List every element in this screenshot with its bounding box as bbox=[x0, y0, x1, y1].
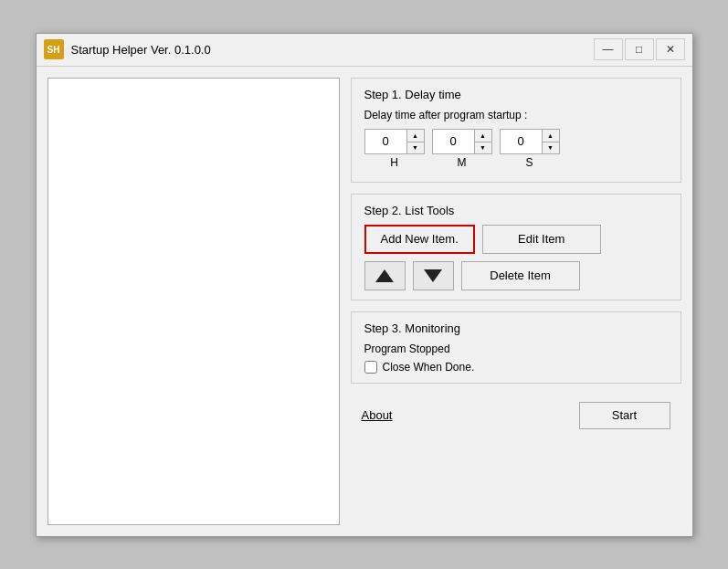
hours-label: H bbox=[390, 156, 398, 169]
up-arrow-icon bbox=[375, 269, 394, 282]
hours-spinner: ▲ ▼ bbox=[364, 129, 425, 154]
seconds-down-button[interactable]: ▼ bbox=[543, 142, 559, 153]
step3-section: Step 3. Monitoring Program Stopped Close… bbox=[351, 311, 681, 384]
minutes-input[interactable] bbox=[433, 130, 474, 153]
app-icon: SH bbox=[44, 39, 64, 59]
seconds-spinner-group: ▲ ▼ S bbox=[500, 129, 560, 169]
spinners-row: ▲ ▼ H ▲ ▼ bbox=[364, 129, 668, 169]
minutes-spinner-buttons: ▲ ▼ bbox=[474, 130, 491, 153]
minutes-up-button[interactable]: ▲ bbox=[475, 130, 491, 142]
edit-item-button[interactable]: Edit Item bbox=[482, 225, 601, 254]
seconds-label: S bbox=[525, 156, 533, 169]
window-title: Startup Helper Ver. 0.1.0.0 bbox=[71, 43, 594, 57]
add-new-item-button[interactable]: Add New Item. bbox=[364, 225, 475, 254]
start-button[interactable]: Start bbox=[579, 402, 670, 429]
step3-title: Step 3. Monitoring bbox=[364, 321, 668, 335]
list-tools-bottom-row: Delete Item bbox=[364, 261, 668, 290]
close-button[interactable]: ✕ bbox=[656, 38, 685, 60]
hours-spinner-group: ▲ ▼ H bbox=[364, 129, 425, 169]
hours-up-button[interactable]: ▲ bbox=[407, 130, 424, 142]
hours-spinner-buttons: ▲ ▼ bbox=[406, 130, 424, 153]
down-arrow-icon bbox=[424, 269, 442, 282]
step1-section: Step 1. Delay time Delay time after prog… bbox=[351, 78, 681, 183]
app-window: SH Startup Helper Ver. 0.1.0.0 — □ ✕ Ste… bbox=[36, 33, 693, 537]
minimize-button[interactable]: — bbox=[594, 38, 623, 60]
close-when-done-row: Close When Done. bbox=[364, 361, 668, 374]
right-panel: Step 1. Delay time Delay time after prog… bbox=[351, 78, 681, 525]
move-up-button[interactable] bbox=[364, 261, 406, 290]
move-down-button[interactable] bbox=[413, 261, 454, 290]
seconds-spinner: ▲ ▼ bbox=[500, 129, 560, 154]
delete-item-button[interactable]: Delete Item bbox=[461, 261, 580, 290]
arrow-buttons bbox=[364, 261, 454, 290]
step2-section: Step 2. List Tools Add New Item. Edit It… bbox=[351, 194, 681, 300]
monitoring-status: Program Stopped bbox=[364, 342, 668, 355]
window-controls: — □ ✕ bbox=[594, 38, 685, 60]
minutes-down-button[interactable]: ▼ bbox=[475, 142, 491, 153]
app-icon-label: SH bbox=[47, 45, 60, 55]
step2-title: Step 2. List Tools bbox=[364, 204, 668, 217]
close-when-done-checkbox[interactable] bbox=[364, 361, 377, 374]
title-bar: SH Startup Helper Ver. 0.1.0.0 — □ ✕ bbox=[37, 34, 692, 67]
window-content: Step 1. Delay time Delay time after prog… bbox=[37, 67, 692, 536]
item-list-panel bbox=[47, 78, 340, 525]
hours-down-button[interactable]: ▼ bbox=[407, 142, 424, 153]
delay-subtitle: Delay time after program startup : bbox=[364, 109, 668, 121]
footer-row: About Start bbox=[351, 395, 681, 437]
step1-title: Step 1. Delay time bbox=[364, 88, 668, 101]
minutes-spinner: ▲ ▼ bbox=[432, 129, 492, 154]
close-when-done-label: Close When Done. bbox=[383, 361, 475, 374]
seconds-spinner-buttons: ▲ ▼ bbox=[542, 130, 559, 153]
seconds-input[interactable] bbox=[501, 130, 542, 153]
minutes-spinner-group: ▲ ▼ M bbox=[432, 129, 492, 169]
about-link[interactable]: About bbox=[362, 408, 393, 422]
seconds-up-button[interactable]: ▲ bbox=[543, 130, 559, 142]
list-tools-top-row: Add New Item. Edit Item bbox=[364, 225, 668, 254]
maximize-button[interactable]: □ bbox=[625, 38, 654, 60]
minutes-label: M bbox=[458, 156, 467, 169]
hours-input[interactable] bbox=[365, 130, 406, 153]
